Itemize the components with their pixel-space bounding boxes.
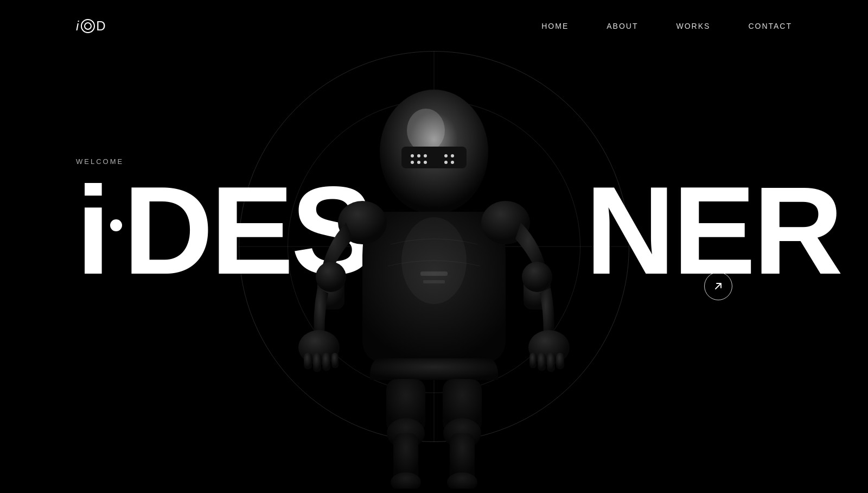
robot-illustration — [282, 27, 586, 489]
nav-item-home[interactable]: HOME — [541, 21, 569, 31]
svg-point-18 — [316, 262, 346, 292]
svg-rect-22 — [322, 353, 330, 371]
svg-point-0 — [358, 468, 510, 488]
arrow-up-right-icon — [713, 281, 724, 292]
svg-rect-41 — [423, 280, 445, 283]
svg-point-14 — [451, 161, 454, 164]
nav-item-contact[interactable]: CONTACT — [748, 21, 792, 31]
logo-circle-icon — [81, 19, 95, 33]
nav-item-works[interactable]: WORKS — [676, 21, 710, 31]
title-dot — [110, 219, 122, 231]
svg-point-8 — [411, 161, 414, 164]
svg-rect-30 — [547, 353, 555, 372]
svg-point-3 — [407, 109, 445, 152]
nav-links: HOME ABOUT WORKS CONTACT — [541, 21, 792, 31]
welcome-label: WELCOME — [76, 157, 124, 166]
svg-point-12 — [451, 154, 454, 157]
arrow-button[interactable] — [704, 272, 732, 300]
svg-rect-29 — [538, 353, 546, 371]
svg-rect-28 — [529, 353, 537, 368]
svg-point-15 — [401, 217, 467, 304]
svg-point-13 — [444, 161, 448, 164]
nav-link-about[interactable]: ABOUT — [607, 22, 638, 30]
svg-rect-40 — [420, 271, 448, 276]
svg-point-11 — [444, 154, 448, 157]
svg-rect-20 — [304, 353, 312, 369]
logo[interactable]: i D — [76, 18, 107, 34]
nav-link-home[interactable]: HOME — [541, 22, 569, 30]
logo-d-letter: D — [96, 18, 106, 34]
title-i: i — [76, 161, 108, 300]
svg-point-10 — [424, 161, 427, 164]
svg-point-26 — [522, 262, 552, 292]
svg-point-9 — [417, 161, 420, 164]
svg-point-6 — [417, 154, 420, 157]
logo-i-letter: i — [76, 18, 80, 34]
svg-rect-21 — [313, 353, 321, 372]
nav-link-contact[interactable]: CONTACT — [748, 22, 792, 30]
nav-item-about[interactable]: ABOUT — [607, 21, 638, 31]
svg-rect-4 — [401, 147, 467, 168]
svg-point-7 — [424, 154, 427, 157]
navbar: i D HOME ABOUT WORKS CONTACT — [0, 0, 868, 52]
svg-point-5 — [411, 154, 414, 157]
nav-link-works[interactable]: WORKS — [676, 22, 710, 30]
svg-rect-31 — [556, 353, 564, 369]
svg-rect-23 — [331, 353, 339, 368]
logo-circle-inner — [84, 22, 92, 30]
